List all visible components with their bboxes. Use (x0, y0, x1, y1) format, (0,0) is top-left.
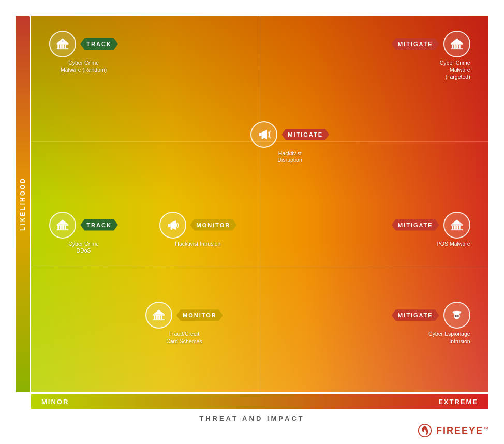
threat-cyber-crime-ddos: TRACK Cyber CrimeDDoS (49, 212, 118, 255)
svg-rect-10 (452, 45, 453, 49)
threat-label-fraud: Fraud/CreditCard Schemes (166, 331, 202, 345)
svg-rect-40 (153, 320, 165, 321)
svg-marker-25 (57, 219, 69, 224)
svg-rect-1 (58, 45, 60, 49)
threat-label-intrusion: Hacktivist Intrusion (175, 241, 220, 248)
threat-cyber-espionage: MITIGATE (392, 302, 470, 345)
svg-marker-34 (451, 219, 463, 224)
svg-rect-5 (57, 48, 69, 49)
threat-label-random: Cyber CrimeMalware (Random) (61, 60, 107, 73)
badge-mitigate-espionage: MITIGATE (392, 309, 439, 321)
y-label-rare: RARE (5, 363, 12, 383)
svg-point-18 (270, 130, 271, 138)
threat-icon-bank-ddos (49, 212, 76, 239)
svg-rect-38 (158, 316, 160, 320)
svg-rect-20 (58, 225, 60, 229)
svg-rect-29 (452, 225, 453, 229)
threat-cyber-crime-random: TRACK Cyber CrimeMalware (Random) (49, 31, 118, 73)
svg-rect-22 (63, 225, 64, 229)
threat-label-targeted: Cyber CrimeMalware (Targeted) (424, 60, 470, 81)
svg-marker-15 (451, 39, 463, 43)
likelihood-band-text: LIKELIHOOD (16, 16, 30, 392)
fireeye-brand-text: FIREEYE™ (436, 425, 488, 436)
threat-label-pos: POS Malware (437, 241, 470, 248)
svg-rect-24 (57, 229, 69, 230)
svg-rect-36 (154, 316, 155, 320)
svg-rect-3 (63, 45, 64, 49)
badge-mitigate-targeted: MITIGATE (392, 38, 439, 50)
svg-point-17 (268, 132, 270, 137)
svg-rect-12 (456, 45, 458, 49)
svg-rect-13 (458, 45, 460, 49)
svg-rect-0 (57, 43, 69, 45)
svg-rect-2 (60, 45, 62, 49)
threat-fraud-credit: MONITOR Fraud/CreditCard Schemes (145, 302, 223, 345)
chart-container: TRACK Cyber CrimeMalware (Random) MITIGA… (31, 16, 488, 392)
threat-icon-bank-random (49, 31, 76, 57)
svg-rect-37 (156, 316, 158, 320)
grid-v1 (260, 16, 260, 392)
threat-pos-malware: MITIGATE POS Malware (392, 212, 470, 248)
svg-rect-26 (170, 227, 172, 230)
badge-track-ddos: TRACK (80, 219, 118, 231)
badge-track-random: TRACK (80, 38, 118, 50)
svg-rect-35 (153, 315, 165, 316)
svg-rect-23 (65, 225, 66, 229)
threat-hacktivist-intrusion: MONITOR Hacktivist Intrusion (159, 212, 237, 248)
svg-rect-33 (451, 229, 463, 230)
badge-mitigate-pos: MITIGATE (392, 219, 439, 231)
fireeye-logo: FIREEYE™ (418, 423, 488, 438)
svg-rect-32 (458, 225, 460, 229)
svg-rect-30 (454, 225, 455, 229)
svg-point-8 (62, 40, 64, 42)
svg-rect-28 (451, 224, 463, 225)
threat-icon-spy-espionage (443, 302, 470, 329)
x-label-minor: MINOR (41, 398, 69, 406)
svg-rect-14 (451, 48, 463, 49)
svg-rect-31 (456, 225, 458, 229)
badge-monitor-fraud: MONITOR (176, 309, 223, 321)
threat-icon-bank-pos (443, 212, 470, 239)
x-axis-label: THREAT AND IMPACT (0, 415, 504, 422)
svg-marker-41 (153, 310, 165, 315)
svg-rect-16 (262, 136, 264, 139)
threat-cyber-crime-targeted: MITIGATE Cyber CrimeMalware (Targeted) (392, 31, 470, 81)
threat-hacktivist-disruption: MITIGATE Hacktivist Disruption (250, 121, 329, 164)
threat-icon-megaphone-intrusion (159, 212, 186, 239)
threat-icon-megaphone-disruption (250, 121, 277, 148)
svg-rect-47 (454, 315, 459, 317)
fireeye-logo-icon (418, 423, 432, 438)
x-label-extreme: EXTREME (438, 398, 478, 406)
threat-icon-bank-fraud (145, 302, 172, 329)
svg-rect-21 (60, 225, 62, 229)
svg-rect-39 (161, 316, 162, 320)
y-label-almost-certain: ALMOST CERTAIN (5, 28, 12, 94)
page-wrapper: LIKELIHOOD ALMOST CERTAIN RARE (0, 0, 504, 444)
svg-rect-11 (454, 45, 455, 49)
svg-rect-4 (65, 45, 66, 49)
svg-rect-43 (452, 312, 461, 313)
likelihood-label: LIKELIHOOD (19, 177, 26, 231)
svg-rect-9 (451, 43, 463, 45)
trademark: ™ (483, 425, 488, 431)
x-axis-bar: MINOR EXTREME (31, 394, 488, 409)
threat-label-espionage: Cyber EspionageIntrusion (428, 331, 470, 345)
threat-icon-bank-targeted (443, 31, 470, 57)
badge-mitigate-disruption: MITIGATE (281, 129, 329, 140)
threat-label-ddos: Cyber CrimeDDoS (68, 241, 99, 255)
badge-monitor-intrusion: MONITOR (190, 219, 237, 231)
threat-label-disruption: Hacktivist Disruption (266, 150, 313, 164)
svg-point-27 (176, 223, 178, 227)
svg-rect-19 (57, 224, 69, 225)
